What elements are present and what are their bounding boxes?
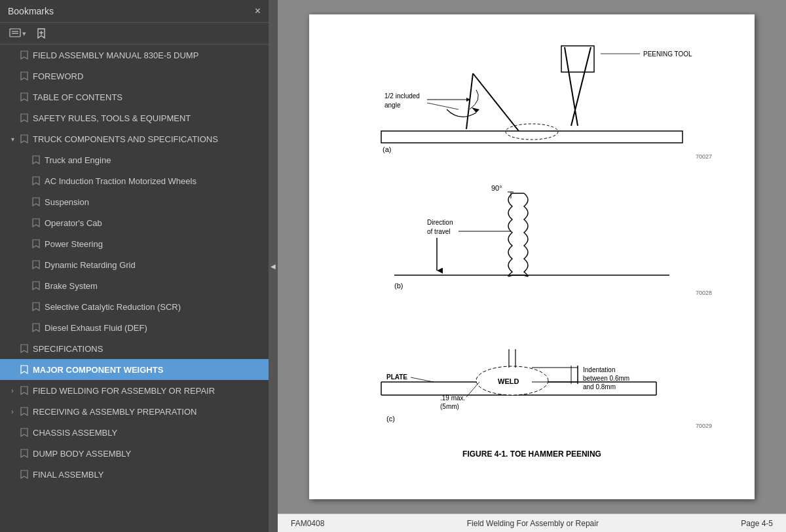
svg-text:70028: 70028 — [696, 290, 712, 296]
svg-text:between 0.6mm: between 0.6mm — [583, 375, 629, 382]
bookmark-item-receiving[interactable]: › RECEIVING & ASSEMBLY PREPARATION — [0, 401, 269, 422]
content-area: 1/2 included angle PEENING TOOL (a) 7002… — [278, 0, 786, 532]
bookmark-item-truck-components[interactable]: ▾ TRUCK COMPONENTS AND SPECIFICATIONS — [0, 128, 269, 149]
expand-arrow-icon — [20, 302, 29, 311]
svg-text:of travel: of travel — [427, 228, 451, 235]
expand-arrow-icon — [8, 365, 17, 374]
bookmark-item-label: FIELD WELDING FOR ASSEMBLY OR REPAIR — [33, 386, 263, 396]
panel-collapse-handle[interactable]: ◀ — [269, 0, 278, 532]
bookmark-item-label: Selective Catalytic Reduction (SCR) — [45, 302, 263, 312]
bookmark-item-label: Truck and Engine — [45, 155, 263, 165]
bookmark-ribbon-icon — [20, 385, 29, 396]
bookmark-item-label: AC Induction Traction Motorized Wheels — [45, 176, 263, 186]
svg-text:(a): (a) — [383, 145, 391, 153]
bookmark-item-label: TRUCK COMPONENTS AND SPECIFICATIONS — [33, 134, 263, 144]
bookmark-item-power-steering[interactable]: Power Steering — [0, 233, 269, 254]
bookmark-item-safety[interactable]: SAFETY RULES, TOOLS & EQUIPMENT — [0, 107, 269, 128]
bookmark-item-label: Power Steering — [45, 239, 263, 249]
bookmark-add-button[interactable] — [34, 27, 48, 40]
bookmarks-panel: Bookmarks × ▾ FIE — [0, 0, 269, 532]
svg-text:WELD: WELD — [498, 377, 519, 385]
svg-text:angle: angle — [384, 102, 401, 109]
expand-arrow-icon — [8, 428, 17, 437]
svg-line-11 — [565, 47, 578, 126]
bookmark-item-label: SAFETY RULES, TOOLS & EQUIPMENT — [33, 113, 263, 123]
bookmark-ribbon-icon — [20, 113, 29, 123]
bookmark-item-label: RECEIVING & ASSEMBLY PREPARATION — [33, 407, 263, 417]
bookmark-ribbon-icon — [31, 280, 41, 291]
figure-caption: FIGURE 4-1. TOE HAMMER PEENING — [335, 449, 728, 459]
bookmark-item-label: CHASSIS ASSEMBLY — [33, 428, 263, 438]
expand-arrow-icon — [8, 71, 17, 81]
bookmark-item-label: Dynamic Retarding Grid — [45, 260, 263, 270]
expand-arrow-icon: › — [8, 407, 17, 416]
bookmark-item-dynamic-retarding[interactable]: Dynamic Retarding Grid — [0, 254, 269, 275]
page-container: 1/2 included angle PEENING TOOL (a) 7002… — [278, 0, 786, 514]
doc-id: FAM0408 — [291, 519, 324, 528]
bookmark-ribbon-icon — [20, 427, 29, 438]
diagram-section-b: 90° Direction of travel — [335, 174, 728, 298]
bookmark-item-label: FIELD ASSEMBLY MANUAL 830E-5 DUMP — [33, 50, 263, 60]
expand-arrow-icon — [20, 218, 29, 227]
expand-arrow-icon — [20, 239, 29, 248]
svg-rect-0 — [10, 29, 20, 37]
expand-arrow-icon — [8, 470, 17, 479]
page-title-label: Field Welding For Assembly or Repair — [467, 519, 599, 528]
bookmark-item-diesel-exhaust[interactable]: Diesel Exhaust Fluid (DEF) — [0, 317, 269, 338]
bookmark-item-selective-catalytic[interactable]: Selective Catalytic Reduction (SCR) — [0, 296, 269, 317]
bookmark-item-label: SPECIFICATIONS — [33, 344, 263, 354]
bookmark-ribbon-icon — [31, 238, 41, 249]
bookmark-ribbon-icon — [31, 322, 41, 333]
bookmark-ribbon-icon — [20, 469, 29, 480]
bookmark-item-operators-cab[interactable]: Operator's Cab — [0, 212, 269, 233]
diagram-c-svg: WELD Indentation between 0.6mm and 0.8mm — [342, 310, 722, 431]
bookmark-item-truck-engine[interactable]: Truck and Engine — [0, 149, 269, 170]
svg-marker-13 — [472, 107, 479, 113]
svg-line-51 — [411, 377, 434, 382]
bookmark-item-ac-induction[interactable]: AC Induction Traction Motorized Wheels — [0, 170, 269, 191]
bookmark-item-field-assembly[interactable]: FIELD ASSEMBLY MANUAL 830E-5 DUMP — [0, 45, 269, 66]
bookmark-ribbon-icon — [31, 259, 41, 270]
bookmark-item-suspension[interactable]: Suspension — [0, 191, 269, 212]
bookmark-item-final-assembly[interactable]: FINAL ASSEMBLY — [0, 464, 269, 485]
bookmark-ribbon-icon — [31, 155, 41, 165]
bookmark-item-major-weights[interactable]: MAJOR COMPONENT WEIGHTS — [0, 359, 269, 380]
svg-text:(c): (c) — [386, 415, 395, 423]
bookmark-item-label: Diesel Exhaust Fluid (DEF) — [45, 323, 263, 333]
bookmark-ribbon-icon — [20, 92, 29, 102]
bookmark-item-foreword[interactable]: FOREWORD — [0, 66, 269, 86]
expand-arrow-icon — [8, 50, 17, 60]
bookmark-ribbon-icon — [20, 343, 29, 354]
expand-arrow-icon: › — [8, 386, 17, 395]
expand-arrow-icon — [20, 260, 29, 269]
bookmark-item-specifications[interactable]: SPECIFICATIONS — [0, 338, 269, 359]
diagram-section-a: 1/2 included angle PEENING TOOL (a) 7002… — [335, 34, 728, 162]
svg-point-6 — [506, 124, 558, 140]
svg-text:70027: 70027 — [696, 153, 712, 160]
expand-arrow-icon — [20, 197, 29, 206]
document-page: 1/2 included angle PEENING TOOL (a) 7002… — [309, 14, 755, 499]
bookmark-item-dump-body[interactable]: DUMP BODY ASSEMBLY — [0, 443, 269, 464]
svg-text:PLATE: PLATE — [386, 373, 407, 381]
bookmark-item-label: FOREWORD — [33, 71, 263, 81]
sidebar-toolbar: ▾ — [0, 23, 269, 45]
close-button[interactable]: × — [255, 5, 261, 17]
expand-all-button[interactable]: ▾ — [7, 27, 29, 40]
page-number: Page 4-5 — [741, 519, 773, 528]
svg-text:1/2 included: 1/2 included — [384, 92, 420, 100]
expand-arrow-icon — [8, 344, 17, 353]
expand-arrow-icon — [20, 155, 29, 164]
bookmark-item-toc[interactable]: TABLE OF CONTENTS — [0, 86, 269, 107]
bookmarks-list: FIELD ASSEMBLY MANUAL 830E-5 DUMP FOREWO… — [0, 45, 269, 532]
svg-line-8 — [466, 73, 473, 129]
svg-text:(5mm): (5mm) — [440, 403, 459, 410]
expand-arrow-icon — [8, 113, 17, 123]
bookmark-ribbon-icon — [31, 301, 41, 312]
bookmark-ribbon-icon — [20, 134, 29, 144]
expand-arrow-icon — [20, 323, 29, 332]
bookmark-item-brake-system[interactable]: Brake System — [0, 275, 269, 296]
bookmark-item-label: Suspension — [45, 197, 263, 207]
bookmark-item-field-welding[interactable]: › FIELD WELDING FOR ASSEMBLY OR REPAIR — [0, 380, 269, 401]
bookmark-item-chassis[interactable]: CHASSIS ASSEMBLY — [0, 422, 269, 443]
svg-text:(b): (b) — [394, 282, 403, 290]
